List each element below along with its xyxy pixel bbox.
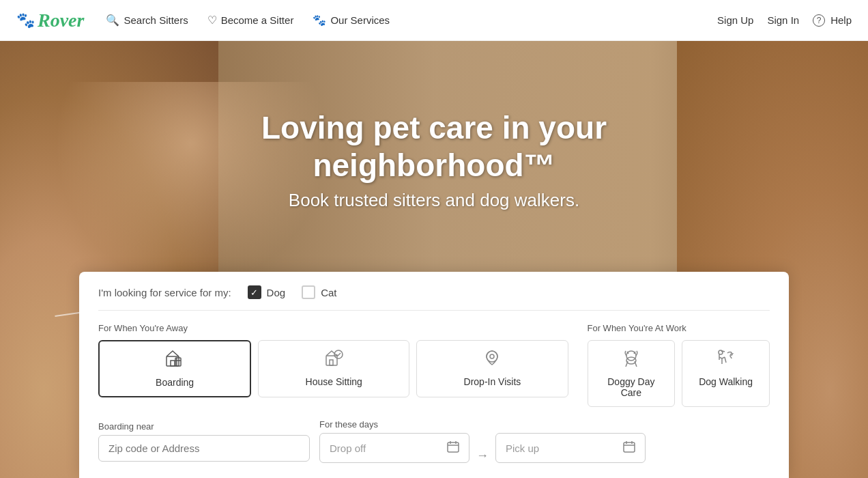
nav-search-sitters-label: Search Sitters [124,14,188,26]
doggy-daycare-label: Doggy Day Care [599,376,664,398]
svg-rect-17 [624,442,635,452]
house-sitting-label: House Sitting [306,376,362,387]
nav-become-sitter-label: Become a Sitter [221,14,294,26]
nav-search-sitters[interactable]: 🔍 Search Sitters [106,14,188,27]
drop-off-input[interactable]: Drop off [319,433,469,463]
search-panel: I'm looking for service for my: ✓ Dog Ca… [79,272,789,478]
logo-text: Rover [38,10,84,31]
dates-input-group: For these days Drop off [319,419,646,463]
nav-become-sitter[interactable]: ♡ Become a Sitter [207,14,294,27]
service-categories: For When You're Away [98,323,770,407]
work-category-group: For When You're At Work [588,323,770,407]
location-label: Boarding near [98,421,310,432]
search-inputs: Boarding near For these days Drop off [98,419,770,463]
hero-text-block: Loving pet care in your neighborhood™ Bo… [195,109,673,211]
dog-walking-card[interactable]: Dog Walking [682,340,770,407]
heart-icon: ♡ [207,14,217,27]
dates-label: For these days [319,419,646,430]
dog-walking-label: Dog Walking [699,376,753,387]
hero-subheadline: Book trusted sitters and dog walkers. [195,190,673,211]
pick-up-input[interactable]: Pick up [495,433,646,463]
location-input-group: Boarding near [98,421,310,462]
cat-checkbox[interactable] [302,285,315,299]
dog-walking-icon [717,349,736,371]
drop-in-icon [482,349,502,371]
pet-selector: I'm looking for service for my: ✓ Dog Ca… [98,285,770,311]
house-sitting-icon [324,349,343,371]
sign-up-link[interactable]: Sign Up [717,14,753,26]
svg-rect-2 [175,358,181,366]
pick-up-placeholder: Pick up [506,442,539,454]
hero-section: Loving pet care in your neighborhood™ Bo… [0,41,868,478]
service-section: For When You're Away [98,323,770,407]
sign-in-link[interactable]: Sign In [767,14,799,26]
svg-rect-1 [171,361,175,366]
drop-in-visits-label: Drop-In Visits [464,376,521,387]
cat-label: Cat [321,287,336,298]
dog-option[interactable]: ✓ Dog [248,285,286,299]
drop-off-placeholder: Drop off [330,442,366,454]
drop-off-calendar-icon [447,440,459,455]
work-category-label: For When You're At Work [588,323,770,333]
help-label: Help [830,14,852,26]
drop-in-visits-card[interactable]: Drop-In Visits [416,340,568,397]
boarding-card[interactable]: Boarding [98,340,251,397]
boarding-icon [165,350,184,371]
pet-selector-label: I'm looking for service for my: [98,287,231,298]
svg-point-9 [490,354,494,358]
logo[interactable]: 🐾 Rover [16,10,84,31]
logo-paw-icon: 🐾 [16,12,35,29]
svg-rect-6 [330,360,333,365]
away-category-group: For When You're Away [98,323,568,407]
doggy-daycare-card[interactable]: Doggy Day Care [588,340,676,407]
away-service-cards: Boarding [98,340,568,397]
work-service-cards: Doggy Day Care [588,340,770,407]
cat-option[interactable]: Cat [302,285,336,299]
navbar: 🐾 Rover 🔍 Search Sitters ♡ Become a Sitt… [0,0,868,41]
nav-our-services[interactable]: 🐾 Our Services [313,14,390,27]
dog-checkbox[interactable]: ✓ [248,285,261,299]
nav-right: Sign Up Sign In ? Help [717,14,852,27]
nav-links: 🔍 Search Sitters ♡ Become a Sitter 🐾 Our… [106,14,717,27]
date-range-arrow: → [476,449,489,463]
pick-up-calendar-icon [623,440,635,455]
location-input[interactable] [98,435,310,462]
help-link[interactable]: ? Help [813,14,852,27]
away-category-label: For When You're Away [98,323,568,333]
paw-icon: 🐾 [313,14,326,27]
search-icon: 🔍 [106,14,119,27]
hero-headline: Loving pet care in your neighborhood™ [195,109,673,184]
nav-our-services-label: Our Services [330,14,390,26]
house-sitting-card[interactable]: House Sitting [258,340,409,397]
boarding-label: Boarding [156,377,194,388]
help-circle-icon: ? [813,14,825,27]
doggy-daycare-icon [622,349,641,371]
dog-label: Dog [267,287,286,298]
svg-rect-13 [448,442,459,452]
